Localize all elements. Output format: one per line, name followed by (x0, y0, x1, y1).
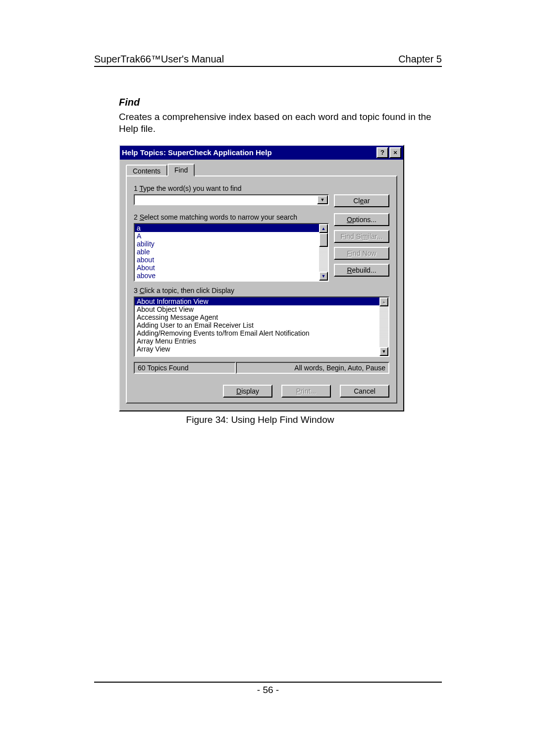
close-button[interactable]: × (389, 147, 401, 158)
doc-header: SuperTrak66™User's Manual Chapter 5 (94, 54, 442, 67)
list-item[interactable]: About Information View (135, 297, 388, 305)
list-item[interactable]: about (135, 256, 328, 264)
scrollbar-thumb[interactable] (319, 233, 328, 247)
tab-contents[interactable]: Contents (126, 165, 167, 176)
list-item[interactable]: Adding/Removing Events to/from Email Ale… (135, 329, 388, 337)
list-item[interactable]: Array View (135, 345, 388, 353)
figure-caption: Figure 34: Using Help Find Window (119, 414, 401, 425)
search-combo[interactable]: ▼ (134, 194, 329, 205)
search-input[interactable] (135, 195, 317, 204)
section-title: Find (119, 97, 442, 108)
scrollbar-track[interactable] (319, 247, 328, 272)
doc-header-left: SuperTrak66™User's Manual (94, 54, 224, 65)
dialog-body: Contents Find 1 Type the word(s) you wan… (120, 160, 403, 410)
list-item[interactable]: ability (135, 240, 328, 248)
help-button[interactable]: ? (376, 147, 388, 158)
chevron-up-icon: ▲ (321, 226, 326, 231)
display-button[interactable]: Display (223, 385, 272, 398)
help-dialog: Help Topics: SuperCheck Application Help… (119, 145, 404, 411)
figure-wrap: Help Topics: SuperCheck Application Help… (119, 145, 442, 411)
search-dropdown-button[interactable]: ▼ (317, 195, 328, 204)
find-similar-button: Find Similar... (334, 230, 389, 243)
list-item[interactable]: A (135, 232, 328, 240)
clear-button[interactable]: Clear (334, 194, 389, 207)
matching-words-listbox[interactable]: a A ability able about About above ▲ (134, 223, 329, 282)
step2-label: 2 Select some matching words to narrow y… (134, 213, 329, 221)
list-item[interactable]: About Object View (135, 305, 388, 313)
titlebar[interactable]: Help Topics: SuperCheck Application Help… (120, 146, 403, 160)
chevron-down-icon: ▼ (321, 197, 325, 202)
scroll-up-button[interactable]: ▲ (319, 224, 328, 233)
list-item[interactable]: a (135, 224, 328, 232)
title-text: Help Topics: SuperCheck Application Help (122, 148, 375, 157)
list-item[interactable]: Accessing Message Agent (135, 313, 388, 321)
topics-scrollbar[interactable]: ▲ ▼ (379, 297, 388, 356)
tab-strip: Contents Find (126, 165, 397, 176)
list-item[interactable]: Array Menu Entries (135, 337, 388, 345)
document-page: SuperTrak66™User's Manual Chapter 5 Find… (0, 0, 535, 756)
step3-label: 3 Click a topic, then click Display (134, 287, 389, 294)
search-mode-status: All words, Begin, Auto, Pause (236, 362, 389, 374)
words-scrollbar[interactable]: ▲ ▼ (319, 224, 328, 281)
scroll-up-button[interactable]: ▲ (379, 297, 388, 306)
scroll-down-button[interactable]: ▼ (379, 347, 388, 356)
tab-panel-find: 1 Type the word(s) you want to find ▼ (126, 175, 397, 404)
section-body: Creates a comprehensive index based on e… (119, 111, 436, 135)
find-now-button: Find Now (334, 247, 389, 260)
cancel-button[interactable]: Cancel (340, 385, 389, 398)
list-item[interactable]: About (135, 264, 328, 272)
scroll-down-button[interactable]: ▼ (319, 272, 328, 281)
list-item[interactable]: above (135, 272, 328, 280)
doc-header-right: Chapter 5 (398, 54, 442, 65)
chevron-down-icon: ▼ (382, 349, 386, 354)
print-button: Print... (281, 385, 331, 398)
dialog-bottom-buttons: Display Print... Cancel (134, 385, 389, 398)
step1-label: 1 Type the word(s) you want to find (134, 184, 389, 192)
doc-footer: - 56 - (94, 682, 442, 696)
tab-find[interactable]: Find (167, 164, 195, 176)
rebuild-button[interactable]: Rebuild... (334, 264, 389, 277)
topics-found-status: 60 Topics Found (134, 362, 236, 374)
topics-listbox[interactable]: About Information View About Object View… (134, 296, 389, 357)
options-button[interactable]: Options... (334, 213, 389, 226)
scrollbar-track[interactable] (379, 306, 388, 347)
list-item[interactable]: able (135, 248, 328, 256)
page-number: - 56 - (94, 682, 442, 696)
list-item[interactable]: Adding User to an Email Receiver List (135, 321, 388, 329)
status-row: 60 Topics Found All words, Begin, Auto, … (134, 362, 389, 374)
chevron-up-icon: ▲ (382, 299, 386, 304)
chevron-down-icon: ▼ (321, 274, 326, 279)
